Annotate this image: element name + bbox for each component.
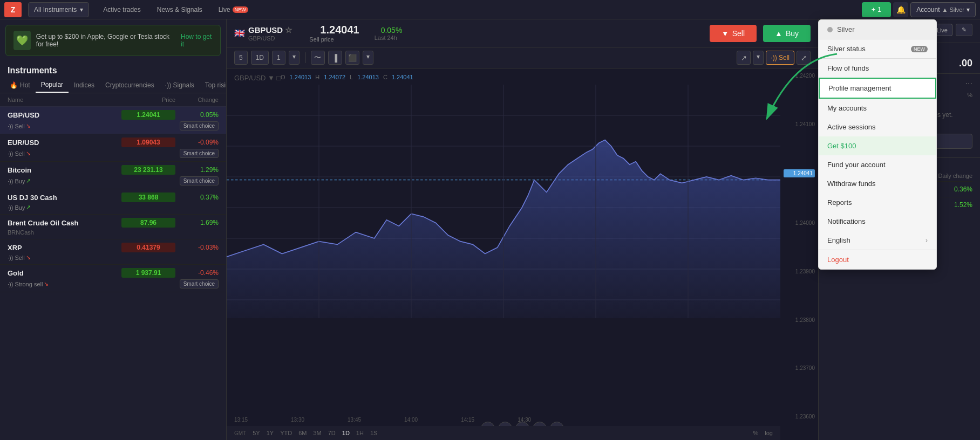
dropdown-item-my-accounts[interactable]: My accounts [819, 99, 936, 118]
nav-tab-live[interactable]: Live NEW [211, 2, 256, 17]
dropdown-item-flow-of-funds[interactable]: Flow of funds [819, 59, 936, 78]
chart-toolbar: 5 1D 1 ▾ 〜 ▐ ⬛ ▾ ↗ ▾ ·)) Sell ⤢ [227, 47, 818, 68]
list-item[interactable]: US DJ 30 Cash 33 868 0.37% ·)) Buy ↗ [0, 189, 226, 215]
period-1h[interactable]: 1H [356, 430, 364, 436]
list-item[interactable]: EUR/USD 1.09043 -0.09% ·)) Sell ↘ Smart … [0, 134, 226, 162]
dropdown-item-reports[interactable]: Reports [819, 193, 936, 212]
chart-area: GBP/USD ▼ □ O 1.24013 H 1.24072 L 1.2401… [227, 68, 818, 440]
price-chart-svg [227, 85, 780, 318]
silver-label: ▲ Silver [942, 6, 964, 13]
chart-sell-price: 1.24041 [320, 24, 359, 36]
smart-choice-button[interactable]: Smart choice [180, 176, 219, 185]
tab-indices[interactable]: Indices [69, 78, 100, 93]
scale-percent[interactable]: % [753, 430, 759, 436]
instruments-table-header: Name Price Change [0, 93, 226, 107]
candle-chart-icon[interactable]: ⬛ [345, 51, 359, 65]
instrument-signal: ·)) Sell ↘ [8, 122, 31, 129]
chart-period-bar: GMT 5Y 1Y YTD 6M 3M 7D 1D 1H 1S % log [227, 426, 780, 440]
time-label: 13:30 [291, 417, 304, 423]
arrow-down-icon: ↘ [26, 122, 31, 129]
promo-link[interactable]: How to get it [181, 33, 213, 48]
tab-signals[interactable]: ·)) Signals [160, 78, 200, 93]
get-100-label: Get $100 [827, 142, 856, 150]
list-item[interactable]: Brent Crude Oil Cash 87.96 1.69% BRNCash [0, 215, 226, 239]
silver-status-label: Silver status [827, 45, 866, 53]
instrument-change: 1.69% [175, 219, 219, 226]
instruments-dropdown[interactable]: All Instruments ▾ [28, 2, 89, 17]
period-7d[interactable]: 7D [328, 430, 336, 436]
ohlc-l-value: 1.24013 [357, 74, 379, 80]
smart-choice-button[interactable]: Smart choice [180, 121, 219, 130]
period-ytd[interactable]: YTD [280, 430, 292, 436]
fullscreen-icon[interactable]: ⤢ [797, 51, 811, 65]
line-chart-icon[interactable]: 〜 [311, 51, 325, 65]
time-label: 13:45 [348, 417, 361, 423]
dropdown-item-withdraw-funds[interactable]: Withdraw funds [819, 174, 936, 193]
period-6m[interactable]: 6M [298, 430, 307, 436]
chart-change-sub: Last 24h [375, 35, 403, 41]
list-item[interactable]: Gold 1 937.91 -0.46% ·)) Strong sell ↘ S… [0, 265, 226, 292]
instrument-change: -0.03% [175, 244, 219, 251]
promo-icon: 💚 [13, 31, 31, 50]
account-button[interactable]: Account ▲ Silver ▾ [910, 2, 976, 17]
smart-choice-button[interactable]: Smart choice [180, 149, 219, 158]
tab-popular[interactable]: Popular [36, 78, 69, 93]
time-label: 14:15 [461, 417, 474, 423]
tab-hot[interactable]: 🔥 Hot [4, 78, 36, 93]
list-item[interactable]: Bitcoin 23 231.13 1.29% ·)) Buy ↗ Smart … [0, 162, 226, 189]
sell-tool-btn[interactable]: ·)) Sell [766, 51, 794, 65]
dropdown-item-logout[interactable]: Logout [819, 250, 936, 269]
notification-icon[interactable]: 🔔 [893, 2, 908, 17]
period-1y[interactable]: 1Y [267, 430, 274, 436]
bar-chart-icon[interactable]: ▐ [328, 51, 342, 65]
interval-1-btn[interactable]: 1 [272, 51, 285, 65]
interval-dropdown[interactable]: ▾ [289, 51, 300, 65]
draw-icon[interactable]: ↗ [737, 51, 751, 65]
dropdown-item-profile-management[interactable]: Profile management [819, 78, 936, 99]
period-1s[interactable]: 1S [370, 430, 377, 436]
period-1d[interactable]: 1D [342, 430, 350, 436]
dropdown-item-fund-account[interactable]: Fund your account [819, 155, 936, 174]
dropdown-item-notifications[interactable]: Notifications [819, 212, 936, 231]
star-icon[interactable]: ☆ [285, 25, 292, 35]
dropdown-header: Silver [819, 20, 936, 39]
deposit-button[interactable]: + 1 [862, 2, 891, 17]
scale-log[interactable]: log [765, 430, 773, 436]
instrument-sub: BRNCash [8, 229, 34, 236]
fav-change-col: Daily change [938, 173, 972, 179]
buy-button[interactable]: ▲ Buy [763, 25, 811, 42]
notifications-label: Notifications [827, 217, 866, 225]
list-item[interactable]: XRP 0.41379 -0.03% ·)) Sell ↘ [0, 239, 226, 265]
period-5y[interactable]: 5Y [253, 430, 260, 436]
draw-dropdown[interactable]: ▾ [753, 51, 764, 65]
dropdown-item-english[interactable]: English › [819, 231, 936, 250]
nav-tab-news-signals[interactable]: News & Signals [149, 2, 210, 17]
sell-button[interactable]: ▼ Sell [710, 25, 757, 42]
nav-tab-active-trades[interactable]: Active trades [96, 2, 148, 17]
chevron-down-icon: ▾ [80, 6, 83, 13]
instrument-price: 23 231.13 [121, 165, 175, 175]
tab-top-rising[interactable]: Top rising [200, 78, 226, 93]
interval-1d-btn[interactable]: 1D [251, 51, 269, 65]
profile-management-label: Profile management [828, 84, 891, 92]
chevron-down-icon: ▾ [967, 6, 970, 13]
period-3m[interactable]: 3M [313, 430, 321, 436]
list-item[interactable]: GBP/USD 1.24041 0.05% ·)) Sell ↘ Smart c… [0, 107, 226, 134]
account-edit-button[interactable]: ✎ [956, 24, 972, 36]
dropdown-item-silver-status[interactable]: Silver status NEW [819, 39, 936, 58]
interval-5-btn[interactable]: 5 [234, 51, 248, 65]
dropdown-item-get-100[interactable]: Get $100 [819, 136, 936, 155]
more-options-button[interactable]: ··· [965, 79, 972, 88]
tab-crypto[interactable]: Cryptocurrencies [100, 78, 160, 93]
smart-choice-button[interactable]: Smart choice [180, 279, 219, 288]
chart-ohlc: O 1.24013 H 1.24072 L 1.24013 C 1.24041 [281, 74, 413, 80]
buy-arrow-icon: ▲ [775, 29, 782, 38]
chart-toolbar-right: ↗ ▾ ·)) Sell ⤢ [737, 51, 811, 65]
chart-type-dropdown[interactable]: ▾ [363, 51, 373, 65]
dropdown-item-active-sessions[interactable]: Active sessions [819, 118, 936, 136]
chart-change: 0.05% [381, 26, 403, 35]
arrow-right-icon: › [925, 237, 928, 244]
instrument-price: 1.24041 [121, 110, 175, 120]
arrow-down-icon: ↘ [26, 254, 31, 261]
price-label: 1.23600 [784, 414, 815, 420]
